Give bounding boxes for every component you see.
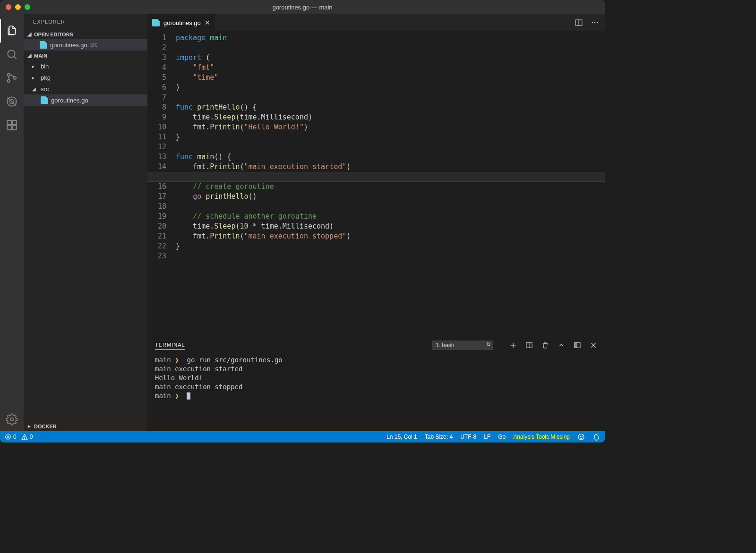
terminal-panel: TERMINAL 1: bash main ❯ go run src/gorou… [147, 337, 605, 431]
terminal-select[interactable]: 1: bash [432, 340, 493, 350]
svg-point-0 [8, 50, 15, 57]
source-control-icon[interactable] [0, 66, 24, 90]
svg-point-17 [597, 22, 598, 24]
workspace-header[interactable]: ◢ MAIN [24, 51, 147, 60]
folder-name: bin [41, 63, 49, 70]
svg-point-2 [8, 74, 10, 76]
status-tabsize[interactable]: Tab Size: 4 [425, 434, 453, 440]
status-encoding[interactable]: UTF-8 [460, 434, 476, 440]
open-editors-label: OPEN EDITORS [34, 32, 73, 37]
new-terminal-icon[interactable] [509, 341, 517, 349]
open-editor-hint: src [90, 42, 98, 48]
chevron-right-icon: ▸ [32, 75, 38, 80]
open-editor-item[interactable]: goroutines.go src [24, 39, 147, 51]
status-cursor[interactable]: Ln 15, Col 1 [387, 434, 417, 440]
close-panel-icon[interactable] [590, 341, 597, 349]
svg-rect-8 [7, 120, 11, 125]
chevron-down-icon: ◢ [26, 31, 33, 37]
settings-gear-icon[interactable] [0, 408, 24, 431]
status-eol[interactable]: LF [484, 434, 490, 440]
svg-point-33 [582, 436, 582, 436]
svg-rect-11 [12, 126, 17, 130]
svg-rect-10 [7, 126, 11, 130]
window-title: goroutines.go — main [272, 4, 332, 11]
feedback-smiley-icon[interactable] [577, 433, 585, 441]
chevron-right-icon: ▸ [32, 64, 38, 69]
window-minimize[interactable] [15, 4, 21, 10]
chevron-down-icon: ◢ [26, 52, 33, 59]
open-editors-header[interactable]: ◢ OPEN EDITORS [24, 29, 147, 39]
kill-terminal-icon[interactable] [541, 341, 549, 349]
folder-pkg[interactable]: ▸ pkg [24, 72, 147, 83]
file-goroutines[interactable]: goroutines.go [24, 94, 147, 106]
tab-label: goroutines.go [163, 19, 201, 26]
maximize-panel-icon[interactable] [558, 341, 565, 349]
go-file-icon [152, 19, 160, 26]
sidebar-title: EXPLORER [24, 14, 147, 29]
docker-label: DOCKER [34, 424, 57, 429]
svg-point-3 [8, 80, 10, 82]
code-editor[interactable]: 1234567891011121314151617181920212223 pa… [147, 31, 605, 337]
window-close[interactable] [6, 4, 11, 10]
svg-point-31 [578, 434, 584, 440]
folder-name: src [41, 85, 49, 93]
tab-goroutines[interactable]: goroutines.go ✕ [147, 14, 215, 31]
svg-rect-23 [575, 342, 577, 348]
split-editor-icon[interactable] [575, 18, 583, 27]
svg-line-1 [14, 56, 16, 59]
svg-point-4 [14, 77, 16, 79]
svg-point-12 [10, 418, 14, 421]
folder-src[interactable]: ◢ src [24, 83, 147, 94]
close-tab-icon[interactable]: ✕ [205, 19, 210, 26]
explorer-icon[interactable] [0, 19, 24, 43]
more-actions-icon[interactable] [591, 18, 599, 27]
open-editor-name: goroutines.go [50, 42, 87, 49]
search-icon[interactable] [0, 43, 24, 66]
window-zoom[interactable] [25, 4, 30, 10]
svg-point-32 [580, 436, 580, 436]
status-bar: 0 0 Ln 15, Col 1 Tab Size: 4 UTF-8 LF Go… [0, 431, 605, 442]
chevron-down-icon: ◢ [32, 86, 38, 92]
sidebar: EXPLORER ◢ OPEN EDITORS goroutines.go sr… [24, 14, 147, 431]
tab-bar: goroutines.go ✕ [147, 14, 605, 31]
status-language[interactable]: Go [498, 434, 506, 440]
svg-point-30 [24, 438, 25, 439]
go-file-icon [41, 96, 48, 104]
svg-rect-9 [12, 120, 17, 125]
debug-icon[interactable] [0, 90, 24, 113]
file-name: goroutines.go [51, 97, 88, 104]
svg-point-16 [594, 22, 596, 24]
status-warnings[interactable]: 0 [21, 434, 33, 440]
go-file-icon [40, 41, 47, 49]
editor-area: goroutines.go ✕ 123456789101112131415161… [147, 14, 605, 431]
move-panel-icon[interactable] [574, 341, 581, 349]
folder-name: pkg [41, 74, 51, 81]
status-errors[interactable]: 0 [5, 434, 17, 440]
activity-bar [0, 14, 24, 431]
extensions-icon[interactable] [0, 113, 24, 137]
split-terminal-icon[interactable] [525, 341, 533, 349]
status-analysis[interactable]: Analysis Tools Missing [513, 434, 570, 440]
workspace-label: MAIN [34, 53, 47, 59]
chevron-right-icon: ▸ [26, 423, 33, 429]
titlebar: goroutines.go — main [0, 0, 605, 14]
terminal-tab[interactable]: TERMINAL [155, 340, 185, 350]
notifications-bell-icon[interactable] [593, 433, 600, 441]
svg-point-15 [592, 22, 593, 24]
folder-bin[interactable]: ▸ bin [24, 60, 147, 72]
terminal-body[interactable]: main ❯ go run src/goroutines.gomain exec… [147, 353, 605, 431]
docker-header[interactable]: ▸ DOCKER [24, 421, 147, 431]
